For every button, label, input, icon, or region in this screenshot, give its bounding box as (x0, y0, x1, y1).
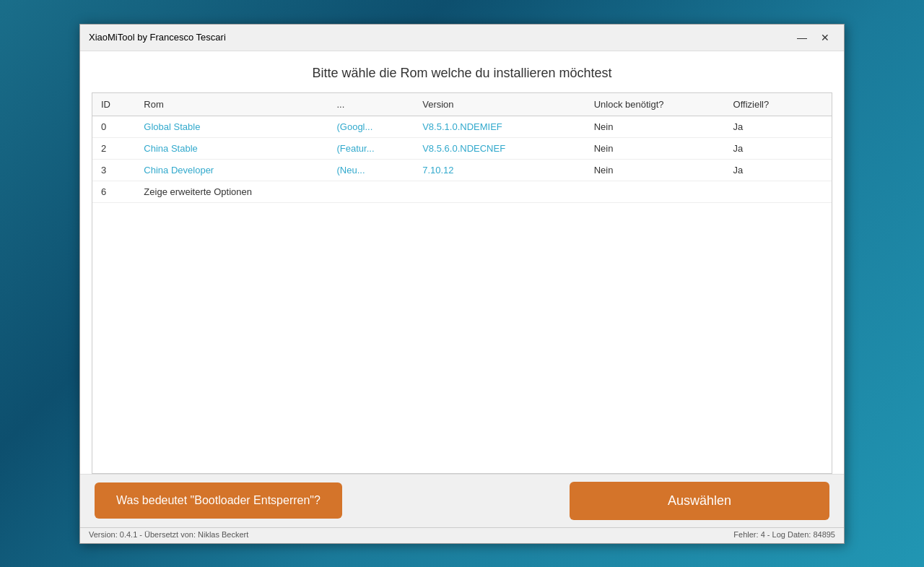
window-title: XiaoMiTool by Francesco Tescari (89, 32, 226, 43)
row-unlock: Nein (585, 116, 725, 137)
row-id: 2 (92, 137, 135, 159)
row-offiziell: Ja (725, 116, 832, 137)
window-controls: — ✕ (792, 30, 835, 45)
row-rom-extra: (Neu... (328, 159, 414, 181)
row-rom-name[interactable]: China Developer (135, 159, 328, 181)
header-version: Version (414, 93, 585, 116)
minimize-button[interactable]: — (792, 30, 812, 45)
row-rom-extra: (Googl... (328, 116, 414, 137)
rom-table-container: ID Rom ... Version Unlock benötigt? Offi… (92, 92, 832, 474)
row-version: V8.5.1.0.NDEMIEF (414, 116, 585, 137)
status-left: Version: 0.4.1 - Übersetzt von: Niklas B… (89, 530, 248, 541)
row-id: 0 (92, 116, 135, 137)
auswahlen-button[interactable]: Auswählen (570, 482, 829, 520)
close-button[interactable]: ✕ (815, 30, 835, 45)
status-bar: Version: 0.4.1 - Übersetzt von: Niklas B… (80, 527, 844, 543)
show-more-row[interactable]: 6 Zeige erweiterte Optionen (92, 181, 832, 202)
main-window: XiaoMiTool by Francesco Tescari — ✕ Bitt… (79, 24, 845, 544)
table-row[interactable]: 3 China Developer (Neu... 7.10.12 Nein J… (92, 159, 832, 181)
row-rom-name[interactable]: China Stable (135, 137, 328, 159)
header-offiziell: Offiziell? (725, 93, 832, 116)
row-offiziell: Ja (725, 159, 832, 181)
row-version: 7.10.12 (414, 159, 585, 181)
header-unlock: Unlock benötigt? (585, 93, 725, 116)
row-rom-extra: (Featur... (328, 137, 414, 159)
header-id: ID (92, 93, 135, 116)
table-header: ID Rom ... Version Unlock benötigt? Offi… (92, 93, 832, 116)
row-unlock: Nein (585, 159, 725, 181)
show-more-label[interactable]: Zeige erweiterte Optionen (135, 181, 832, 202)
bootloader-button[interactable]: Was bedeutet "Bootloader Entsperren"? (95, 482, 342, 519)
row-offiziell: Ja (725, 137, 832, 159)
page-heading: Bitte wähle die Rom welche du installier… (80, 51, 844, 92)
table-row[interactable]: 0 Global Stable (Googl... V8.5.1.0.NDEMI… (92, 116, 832, 137)
status-right: Fehler: 4 - Log Daten: 84895 (733, 530, 835, 541)
header-rom: Rom (135, 93, 328, 116)
table-body: 0 Global Stable (Googl... V8.5.1.0.NDEMI… (92, 116, 832, 202)
title-bar: XiaoMiTool by Francesco Tescari — ✕ (80, 25, 844, 51)
header-ellipsis: ... (328, 93, 414, 116)
window-body: Bitte wähle die Rom welche du installier… (80, 51, 844, 474)
row-rom-name[interactable]: Global Stable (135, 116, 328, 137)
footer-bar: Was bedeutet "Bootloader Entsperren"? Au… (80, 474, 844, 527)
table-row[interactable]: 2 China Stable (Featur... V8.5.6.0.NDECN… (92, 137, 832, 159)
rom-table: ID Rom ... Version Unlock benötigt? Offi… (92, 93, 832, 203)
row-id: 3 (92, 159, 135, 181)
show-more-id: 6 (92, 181, 135, 202)
row-version: V8.5.6.0.NDECNEF (414, 137, 585, 159)
row-unlock: Nein (585, 137, 725, 159)
